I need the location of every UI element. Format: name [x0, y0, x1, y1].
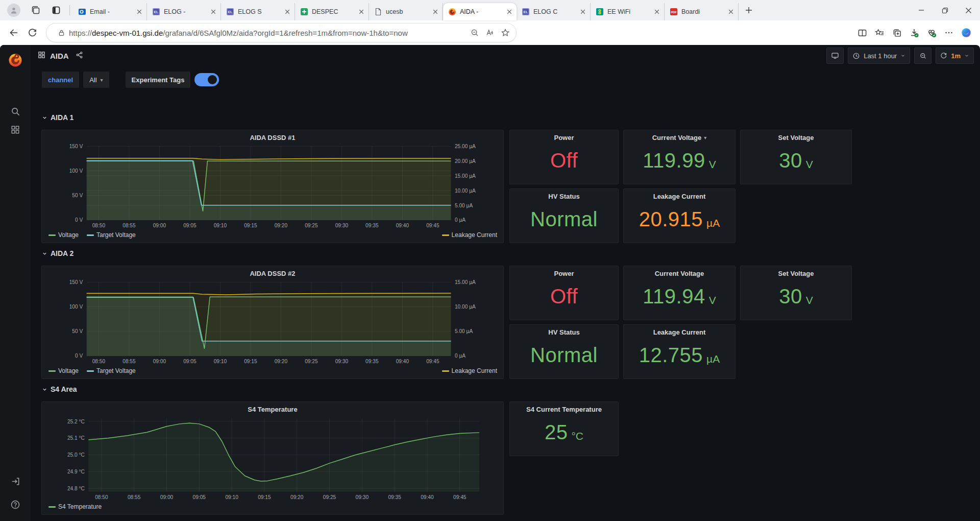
dashboards-icon[interactable] — [5, 121, 26, 139]
legend-item[interactable]: Target Voltage — [87, 367, 136, 374]
tab-close-icon[interactable] — [431, 8, 439, 16]
stat-title[interactable]: Power — [510, 130, 618, 143]
panel-title[interactable]: AIDA DSSD #2 — [42, 266, 503, 278]
legend-item[interactable]: Leakage Current — [442, 367, 497, 374]
legend-item[interactable]: Target Voltage — [87, 231, 136, 239]
browser-tab[interactable]: ELELOG - — [147, 3, 221, 20]
browser-tab[interactable]: ELELOG C — [517, 3, 591, 20]
tab-close-icon[interactable] — [579, 8, 587, 16]
stat-panel-set-voltage-1[interactable]: Set Voltage 30V — [740, 130, 852, 184]
favorites-icon[interactable] — [871, 24, 888, 41]
stat-title[interactable]: HV Status — [510, 189, 618, 201]
back-button[interactable] — [5, 24, 22, 41]
stat-panel-leakage-current-1[interactable]: Leakage Current 20.915µA — [623, 188, 736, 243]
workspaces-icon[interactable] — [26, 0, 46, 20]
time-series-plot[interactable]: 0 V50 V100 V150 V0 µA5.00 µA10.00 µA15.0… — [42, 278, 503, 366]
channel-filter-value[interactable]: All▾ — [83, 72, 109, 88]
section-header-aida2[interactable]: AIDA 2 — [42, 249, 74, 257]
stat-title[interactable]: Power — [510, 266, 618, 278]
stat-title[interactable]: HV Status — [510, 325, 618, 337]
profile-avatar[interactable] — [7, 4, 20, 17]
stat-panel-power-1[interactable]: Power Off — [509, 130, 619, 184]
split-screen-icon[interactable] — [853, 24, 871, 41]
section-header-aida1[interactable]: AIDA 1 — [42, 113, 74, 122]
stat-panel-power-2[interactable]: Power Off — [509, 266, 619, 320]
stat-title[interactable]: Leakage Current — [624, 325, 735, 337]
time-series-plot[interactable]: 24.8 °C24.9 °C25.0 °C25.1 °C25.2 °C08:50… — [42, 414, 503, 502]
copilot-icon[interactable] — [958, 24, 975, 41]
browser-tab[interactable]: EEEE WiFi — [591, 3, 665, 20]
grafana-logo[interactable] — [4, 49, 27, 72]
tab-close-icon[interactable] — [653, 8, 661, 16]
legend-item[interactable]: Voltage — [48, 367, 79, 374]
tab-label: Email - — [90, 8, 132, 15]
share-icon[interactable] — [76, 51, 83, 60]
panel-title[interactable]: AIDA DSSD #1 — [42, 130, 503, 143]
browser-tab[interactable]: ELELOG S — [221, 3, 295, 20]
chart-panel-s4-temperature[interactable]: S4 Temperature 24.8 °C24.9 °C25.0 °C25.1… — [41, 401, 504, 515]
collections-icon[interactable] — [888, 24, 905, 41]
experiment-tags-toggle[interactable] — [194, 73, 219, 86]
refresh-button[interactable] — [23, 24, 41, 41]
tab-close-icon[interactable] — [135, 8, 143, 16]
minimize-button[interactable] — [910, 0, 933, 20]
dashboard-grid-icon[interactable] — [38, 51, 45, 60]
restore-button[interactable] — [933, 0, 957, 20]
legend-item[interactable]: Leakage Current — [442, 231, 497, 239]
read-aloud-icon[interactable] — [482, 25, 498, 40]
sign-in-icon[interactable] — [5, 472, 26, 490]
svg-text:25.1 °C: 25.1 °C — [67, 435, 85, 441]
tab-close-icon[interactable] — [209, 8, 217, 16]
legend-item[interactable]: Voltage — [48, 231, 79, 239]
tab-close-icon[interactable] — [283, 8, 291, 16]
stat-panel-current-voltage-2[interactable]: Current Voltage 119.94V — [623, 266, 736, 320]
close-button[interactable] — [957, 0, 980, 20]
url-field[interactable]: https://despec-vm-01.gsi.de/grafana/d/6S… — [46, 23, 517, 42]
stat-title[interactable]: Current Voltage — [624, 266, 735, 278]
kiosk-mode-button[interactable] — [826, 48, 844, 64]
ee-favicon: EE — [596, 8, 604, 16]
stat-panel-hv-status-1[interactable]: HV Status Normal — [509, 188, 619, 243]
vertical-tabs-icon[interactable] — [46, 0, 66, 20]
downloads-icon[interactable] — [905, 24, 923, 41]
chart-panel-aida-dssd-1[interactable]: AIDA DSSD #1 0 V50 V100 V150 V0 µA5.00 µ… — [41, 130, 504, 243]
browser-tab[interactable]: Email - — [73, 3, 147, 20]
help-icon[interactable] — [5, 495, 26, 514]
stat-title[interactable]: Current Voltage▾ — [624, 130, 735, 143]
browser-tab[interactable]: AIDA - — [443, 3, 517, 20]
stat-title[interactable]: Set Voltage — [741, 266, 851, 278]
stat-panel-set-voltage-2[interactable]: Set Voltage 30V — [740, 266, 852, 320]
lock-icon[interactable] — [54, 25, 69, 40]
svg-text:09:30: 09:30 — [335, 359, 349, 364]
favorite-star-icon[interactable] — [498, 25, 513, 40]
legend-item[interactable]: S4 Temperature — [48, 503, 102, 510]
refresh-dashboard-button[interactable]: 1m — [936, 48, 974, 64]
channel-filter-label[interactable]: channel — [42, 72, 79, 88]
time-range-picker[interactable]: Last 1 hour — [848, 48, 910, 64]
settings-more-icon[interactable] — [940, 24, 958, 41]
time-series-plot[interactable]: 0 V50 V100 V150 V0 µA5.00 µA10.00 µA15.0… — [42, 143, 503, 230]
new-tab-button[interactable] — [742, 3, 756, 17]
search-icon[interactable] — [5, 102, 26, 121]
stat-panel-leakage-current-2[interactable]: Leakage Current 12.755µA — [623, 324, 736, 379]
panel-title[interactable]: S4 Temperature — [42, 402, 503, 414]
browser-tab[interactable]: ucesb — [369, 3, 443, 20]
stat-title[interactable]: S4 Current Temperature — [510, 402, 618, 414]
browser-tab[interactable]: PDFBoardi — [665, 3, 739, 20]
tab-close-icon[interactable] — [505, 8, 513, 16]
stat-panel-s4-temperature[interactable]: S4 Current Temperature 25°C — [509, 401, 619, 456]
chart-panel-aida-dssd-2[interactable]: AIDA DSSD #2 0 V50 V100 V150 V0 µA5.00 µ… — [41, 266, 504, 379]
svg-text:08:55: 08:55 — [122, 359, 136, 364]
tab-close-icon[interactable] — [727, 8, 735, 16]
zoom-out-time-button[interactable] — [914, 48, 932, 64]
stat-title[interactable]: Set Voltage — [741, 130, 851, 143]
section-header-s4[interactable]: S4 Area — [42, 385, 77, 393]
dashboard-title[interactable]: AIDA — [50, 52, 69, 60]
tab-close-icon[interactable] — [357, 8, 365, 16]
zoom-out-icon[interactable] — [467, 25, 482, 40]
stat-panel-current-voltage-1[interactable]: Current Voltage▾ 119.99V — [623, 130, 736, 184]
stat-title[interactable]: Leakage Current — [624, 189, 735, 201]
browser-essentials-icon[interactable] — [923, 24, 940, 41]
stat-panel-hv-status-2[interactable]: HV Status Normal — [509, 324, 619, 379]
browser-tab[interactable]: DESPEC — [295, 3, 369, 20]
